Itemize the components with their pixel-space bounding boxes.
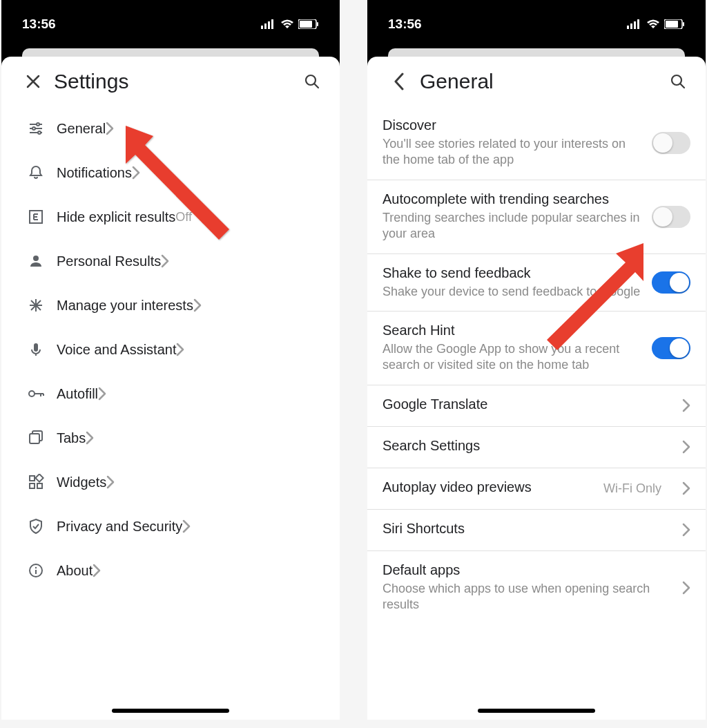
row-title: Search Settings (382, 438, 671, 454)
chevron-right-icon (86, 431, 94, 445)
row-label: About (57, 563, 93, 579)
chevron-right-icon (106, 122, 114, 135)
chevron-right-icon (132, 166, 140, 180)
wifi-icon (646, 19, 660, 29)
row-label: Hide explicit results (57, 209, 175, 225)
cellular-icon (627, 19, 642, 29)
person-icon (26, 251, 46, 271)
general-item-siri[interactable]: Siri Shortcuts (367, 510, 706, 551)
settings-item-notifications[interactable]: Notifications (1, 151, 340, 195)
close-icon (26, 74, 41, 89)
header-title: General (420, 70, 666, 93)
general-sheet: General Discover You'll see stories rela… (367, 57, 706, 720)
svg-rect-16 (30, 434, 39, 443)
row-title: Shake to send feedback (382, 265, 641, 281)
chevron-right-icon (182, 519, 191, 533)
back-button[interactable] (387, 69, 411, 94)
background-tab-peek (22, 48, 319, 57)
general-item-search-settings[interactable]: Search Settings (367, 427, 706, 468)
phone-right: 13:56 General Discover You'll see storie… (367, 0, 706, 720)
row-label: Widgets (57, 475, 106, 490)
search-button[interactable] (300, 69, 325, 94)
settings-item-voice[interactable]: Voice and Assistant (1, 327, 340, 372)
header-title: Settings (54, 70, 300, 93)
status-icons (261, 19, 319, 29)
chevron-right-icon (202, 210, 210, 224)
chevron-right-icon (93, 564, 101, 577)
general-header: General (367, 57, 706, 106)
cellular-icon (261, 19, 276, 29)
search-button[interactable] (666, 69, 690, 94)
chevron-right-icon (98, 387, 106, 401)
row-title: Default apps (382, 562, 671, 578)
row-sub: Shake your device to send feedback to Go… (382, 284, 641, 300)
row-value: Wi-Fi Only (603, 481, 661, 496)
explicit-icon (26, 207, 46, 227)
toggle-autocomplete[interactable] (652, 206, 690, 228)
chevron-right-icon (682, 399, 690, 412)
general-list: Discover You'll see stories related to y… (367, 106, 706, 624)
status-icons (627, 19, 685, 29)
svg-rect-14 (34, 343, 38, 352)
settings-item-privacy[interactable]: Privacy and Security (1, 504, 340, 548)
chevron-right-icon (682, 523, 690, 537)
row-sub: Choose which apps to use when opening se… (382, 581, 671, 613)
status-time: 13:56 (22, 17, 56, 32)
row-label: General (57, 121, 106, 137)
general-item-search-hint[interactable]: Search Hint Allow the Google App to show… (367, 312, 706, 385)
svg-rect-0 (261, 26, 263, 29)
wifi-icon (280, 19, 294, 29)
general-item-autocomplete[interactable]: Autocomplete with trending searches Tren… (367, 180, 706, 254)
svg-rect-17 (30, 476, 35, 481)
chevron-right-icon (682, 481, 690, 495)
svg-point-15 (29, 391, 35, 396)
asterisk-icon (26, 296, 46, 315)
settings-item-widgets[interactable]: Widgets (1, 460, 340, 504)
status-bar: 13:56 (1, 0, 340, 48)
general-item-translate[interactable]: Google Translate (367, 385, 706, 427)
svg-rect-29 (666, 21, 678, 28)
svg-point-13 (33, 256, 39, 261)
shield-icon (26, 517, 46, 536)
settings-item-personal-results[interactable]: Personal Results (1, 239, 340, 283)
general-item-autoplay[interactable]: Autoplay video previews Wi-Fi Only (367, 468, 706, 510)
settings-item-autofill[interactable]: Autofill (1, 372, 340, 416)
toggle-shake[interactable] (652, 271, 690, 294)
row-sub: You'll see stories related to your inter… (382, 136, 641, 169)
battery-icon (298, 19, 319, 29)
svg-line-32 (680, 84, 684, 88)
settings-item-about[interactable]: About (1, 548, 340, 593)
row-label: Autofill (57, 386, 98, 402)
settings-header: Settings (1, 57, 340, 106)
bell-icon (26, 163, 46, 182)
mic-icon (26, 340, 46, 359)
chevron-right-icon (682, 440, 690, 454)
svg-rect-20 (35, 474, 43, 481)
settings-item-general[interactable]: General (1, 106, 340, 151)
svg-rect-26 (634, 21, 636, 29)
settings-item-hide-explicit[interactable]: Hide explicit resultsOff (1, 195, 340, 239)
phone-left: 13:56 Settings General (1, 0, 340, 720)
svg-rect-6 (317, 22, 318, 26)
chevron-right-icon (106, 475, 115, 489)
info-icon (26, 561, 46, 580)
row-label: Personal Results (57, 253, 161, 269)
svg-rect-30 (683, 22, 684, 26)
chevron-right-icon (176, 343, 184, 356)
row-title: Google Translate (382, 396, 671, 412)
row-title: Autoplay video previews (382, 479, 592, 495)
key-icon (26, 384, 46, 403)
svg-rect-19 (37, 483, 42, 488)
general-item-shake[interactable]: Shake to send feedback Shake your device… (367, 254, 706, 312)
close-button[interactable] (21, 69, 46, 94)
toggle-search-hint[interactable] (652, 337, 690, 359)
row-title: Siri Shortcuts (382, 521, 671, 537)
settings-item-tabs[interactable]: Tabs (1, 416, 340, 460)
settings-item-interests[interactable]: Manage your interests (1, 283, 340, 327)
chevron-left-icon (394, 73, 405, 90)
general-item-default-apps[interactable]: Default apps Choose which apps to use wh… (367, 551, 706, 624)
toggle-discover[interactable] (652, 132, 690, 154)
svg-rect-1 (264, 23, 267, 29)
row-sub: Trending searches include popular search… (382, 210, 641, 242)
general-item-discover[interactable]: Discover You'll see stories related to y… (367, 106, 706, 180)
